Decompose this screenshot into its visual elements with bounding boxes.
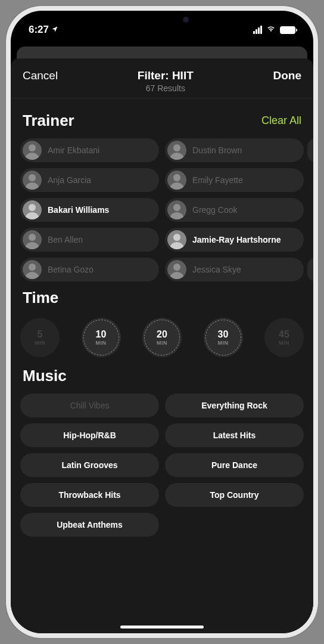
svg-point-5	[29, 174, 36, 181]
svg-point-1	[29, 144, 36, 151]
avatar	[23, 200, 42, 219]
sheet-content[interactable]: Trainer Clear All Amir EkbataniDustin Br…	[11, 98, 313, 631]
phone-frame: 6:27 Cancel Filter: HIIT 67 Results	[6, 6, 318, 638]
time-section-title: Time	[23, 289, 58, 307]
time-value: 20	[157, 329, 167, 340]
music-chip[interactable]: Latest Hits	[165, 423, 304, 447]
music-chip[interactable]: Top Country	[165, 483, 304, 507]
trainer-chip[interactable]: Amir Ekbatani	[20, 138, 159, 162]
time-unit: MIN	[35, 340, 45, 346]
battery-icon	[280, 26, 295, 34]
status-time: 6:27	[29, 24, 49, 36]
time-value: 45	[279, 329, 289, 340]
avatar	[23, 141, 42, 160]
svg-point-3	[173, 144, 180, 151]
time-unit: MIN	[157, 340, 167, 346]
time-row[interactable]: 5MIN10MIN20MIN30MIN45MIN	[20, 315, 304, 360]
trainer-section-title: Trainer	[23, 112, 74, 130]
music-chip[interactable]: Pure Dance	[165, 453, 304, 477]
trainer-chip[interactable]: Gregg Cook	[165, 198, 304, 222]
cancel-button[interactable]: Cancel	[23, 69, 58, 82]
trainer-chip[interactable]: Ben Allen	[20, 228, 159, 252]
avatar	[167, 230, 186, 249]
trainer-name: Anja Garcia	[48, 175, 91, 185]
time-chip[interactable]: 30MIN	[204, 318, 243, 357]
svg-point-19	[173, 264, 180, 271]
music-chip[interactable]: Latin Grooves	[20, 453, 159, 477]
trainer-name: Jamie-Ray Hartshorne	[192, 235, 281, 244]
trainer-name: Gregg Cook	[192, 205, 237, 215]
filter-sheet: Cancel Filter: HIIT 67 Results Done Trai…	[11, 58, 313, 633]
notch	[99, 11, 225, 29]
trainer-chip[interactable]: Jamie-Ray Hartshorne	[165, 228, 304, 252]
music-section-title: Music	[23, 367, 67, 385]
avatar	[23, 260, 42, 279]
time-chip[interactable]: 20MIN	[142, 318, 182, 357]
location-icon	[51, 26, 58, 35]
sheet-title: Filter: HIIT	[138, 69, 194, 82]
home-indicator[interactable]	[120, 626, 204, 628]
music-chip: Chill Vibes	[20, 394, 159, 417]
sheet-header: Cancel Filter: HIIT 67 Results Done	[11, 58, 313, 98]
trainer-chip[interactable]: Emily Fayette	[165, 168, 304, 192]
time-chip: 45MIN	[264, 318, 304, 357]
trainer-name: Ben Allen	[48, 235, 83, 244]
time-chip: 5MIN	[20, 318, 60, 357]
clear-all-button[interactable]: Clear All	[261, 114, 301, 127]
trainer-grid[interactable]: Amir EkbataniDustin BrownAnja GarciaEmil…	[20, 138, 304, 281]
trainer-overflow-hint	[307, 138, 313, 281]
time-unit: MIN	[279, 340, 289, 346]
avatar	[167, 141, 186, 160]
time-value: 10	[96, 329, 107, 340]
trainer-name: Amir Ekbatani	[48, 145, 99, 155]
svg-point-9	[29, 204, 36, 211]
time-unit: MIN	[96, 340, 107, 346]
music-chip[interactable]: Hip-Hop/R&B	[20, 423, 159, 447]
svg-point-7	[173, 174, 180, 181]
wifi-icon	[266, 24, 276, 36]
trainer-chip[interactable]: Anja Garcia	[20, 168, 159, 192]
time-chip[interactable]: 10MIN	[82, 318, 121, 357]
music-chip[interactable]: Everything Rock	[165, 394, 304, 417]
music-chip[interactable]: Throwback Hits	[20, 483, 159, 507]
time-value: 30	[218, 329, 229, 340]
trainer-chip[interactable]: Jessica Skye	[165, 258, 304, 281]
avatar	[167, 260, 186, 279]
svg-point-17	[29, 264, 36, 271]
trainer-name: Dustin Brown	[192, 145, 242, 155]
trainer-chip[interactable]: Bakari Williams	[20, 198, 159, 222]
done-button[interactable]: Done	[273, 69, 301, 82]
avatar	[167, 171, 186, 190]
svg-point-13	[29, 234, 36, 241]
trainer-name: Jessica Skye	[192, 265, 241, 274]
trainer-chip[interactable]: Betina Gozo	[20, 258, 159, 281]
avatar	[23, 171, 42, 190]
trainer-name: Bakari Williams	[48, 205, 109, 215]
results-count: 67 Results	[138, 83, 194, 93]
trainer-chip[interactable]: Dustin Brown	[165, 138, 304, 162]
trainer-name: Emily Fayette	[192, 175, 243, 185]
avatar	[23, 230, 42, 249]
time-unit: MIN	[218, 340, 229, 346]
music-grid[interactable]: Chill VibesEverything RockHip-Hop/R&BLat…	[20, 394, 304, 537]
trainer-name: Betina Gozo	[48, 265, 94, 274]
svg-point-11	[173, 204, 180, 211]
avatar	[167, 200, 186, 219]
svg-point-15	[173, 234, 180, 241]
time-value: 5	[38, 329, 43, 340]
music-chip[interactable]: Upbeat Anthems	[20, 513, 159, 537]
signal-icon	[253, 26, 262, 34]
phone-screen: 6:27 Cancel Filter: HIIT 67 Results	[11, 11, 313, 633]
